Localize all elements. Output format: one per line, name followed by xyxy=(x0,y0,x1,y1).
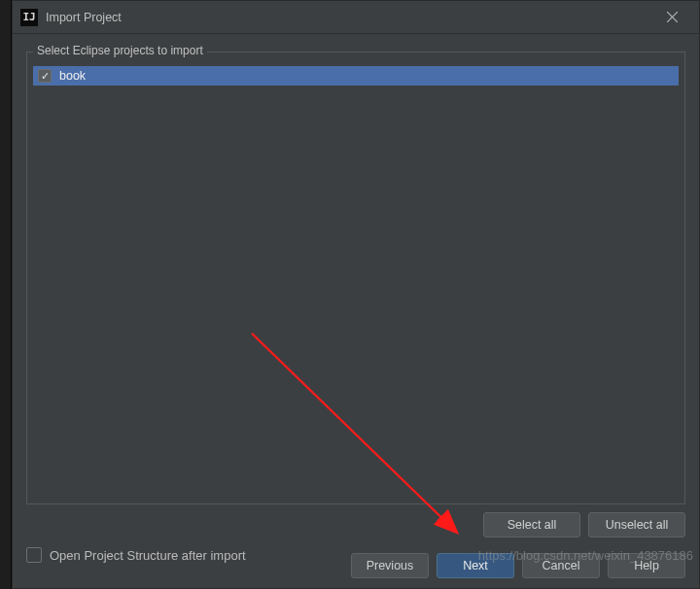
fieldset-legend: Select Eclipse projects to import xyxy=(33,44,207,57)
project-row-book[interactable]: book xyxy=(33,66,679,86)
select-buttons-row: Select all Unselect all xyxy=(13,504,699,537)
next-button[interactable]: Next xyxy=(437,553,514,578)
project-checkbox[interactable] xyxy=(38,69,52,83)
select-all-button[interactable]: Select all xyxy=(483,512,580,537)
open-structure-label: Open Project Structure after import xyxy=(50,548,246,563)
previous-button[interactable]: Previous xyxy=(351,553,429,578)
app-icon: IJ xyxy=(20,9,38,26)
project-list: book xyxy=(27,52,684,91)
cancel-button[interactable]: Cancel xyxy=(522,553,600,578)
open-structure-checkbox[interactable] xyxy=(26,547,42,563)
app-icon-text: IJ xyxy=(22,11,35,23)
editor-left-edge xyxy=(0,0,12,589)
import-project-dialog: IJ Import Project Select Eclipse project… xyxy=(12,0,700,589)
unselect-all-button[interactable]: Unselect all xyxy=(588,512,685,537)
dialog-content: Select Eclipse projects to import book xyxy=(13,34,699,504)
help-button[interactable]: Help xyxy=(608,553,685,578)
close-icon xyxy=(667,12,678,22)
titlebar: IJ Import Project xyxy=(13,1,699,34)
footer-buttons: Previous Next Cancel Help xyxy=(351,553,685,578)
dialog-title: Import Project xyxy=(46,11,122,24)
project-name: book xyxy=(59,69,86,83)
close-button[interactable] xyxy=(652,4,691,31)
projects-fieldset: Select Eclipse projects to import book xyxy=(26,52,685,504)
